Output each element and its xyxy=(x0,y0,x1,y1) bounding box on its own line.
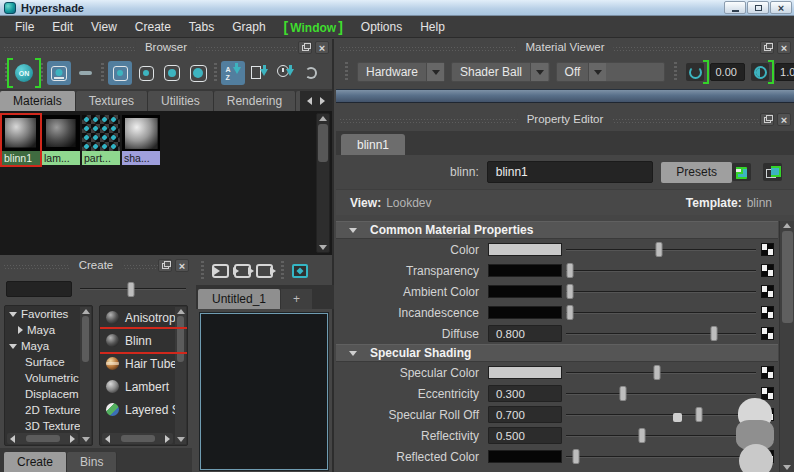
tab-textures[interactable]: Textures xyxy=(76,91,148,111)
color-swatch[interactable] xyxy=(488,450,562,463)
tab-materials[interactable]: Materials xyxy=(0,91,76,111)
medium-swatch-button[interactable] xyxy=(134,61,158,85)
scrollbar-thumb[interactable] xyxy=(177,316,184,362)
tree-item-maya[interactable]: Maya xyxy=(5,338,92,354)
tree-item-3d-texture[interactable]: 3D Texture xyxy=(5,418,92,434)
menu-item-file[interactable]: File xyxy=(6,20,43,34)
close-button[interactable]: × xyxy=(770,1,792,14)
tree-hscrollbar[interactable] xyxy=(7,433,78,444)
slider-track[interactable] xyxy=(566,393,756,395)
window-titlebar[interactable]: Hypershade × xyxy=(0,0,794,16)
presets-button[interactable]: Presets xyxy=(661,162,732,183)
exposure-icon[interactable] xyxy=(686,63,704,81)
scroll-tabs-left-icon[interactable] xyxy=(307,97,312,105)
node-item-anisotrop[interactable]: Anisotrop xyxy=(100,306,187,329)
slider-track[interactable] xyxy=(566,372,756,374)
tree-item-displacem[interactable]: Displacem xyxy=(5,386,92,402)
rearrange-graph-button[interactable] xyxy=(292,264,308,278)
material-viewer-close-button[interactable]: × xyxy=(777,41,791,54)
property-editor-header[interactable]: Property Editor × xyxy=(336,111,794,129)
sort-by-name-button[interactable]: AZ xyxy=(221,61,245,85)
map-checker-button[interactable] xyxy=(761,264,774,277)
scrollbar-thumb[interactable] xyxy=(782,231,793,323)
value-field[interactable]: 0.300 xyxy=(488,385,562,402)
input-connections-button[interactable] xyxy=(212,264,229,278)
slider-track[interactable] xyxy=(566,456,756,458)
property-tab-blinn1[interactable]: blinn1 xyxy=(341,134,405,155)
tab-rendering[interactable]: Rendering xyxy=(214,91,296,111)
attribute-slider[interactable] xyxy=(566,262,756,279)
geometry-dropdown[interactable]: Shader Ball xyxy=(451,62,550,82)
material-swatch-lam[interactable]: lam... xyxy=(42,115,80,165)
menu-item-graph[interactable]: Graph xyxy=(223,20,274,34)
property-editor-close-button[interactable]: × xyxy=(777,113,791,126)
scroll-down-icon[interactable] xyxy=(319,245,327,250)
color-swatch[interactable] xyxy=(488,306,562,319)
color-swatch[interactable] xyxy=(488,285,562,298)
duplicate-node-icon[interactable] xyxy=(763,163,782,181)
material-swatch-sha[interactable]: sha... xyxy=(122,115,160,165)
section-header-specular-shading[interactable]: Specular Shading xyxy=(336,344,778,362)
map-checker-button[interactable] xyxy=(761,366,774,379)
renderer-dropdown[interactable]: Hardware xyxy=(357,62,445,82)
add-workspace-tab-button[interactable]: + xyxy=(281,289,312,309)
swatches-on-toggle-button[interactable]: ON xyxy=(12,61,36,85)
extra-large-swatch-button[interactable] xyxy=(186,61,210,85)
map-checker-button[interactable] xyxy=(761,408,774,421)
color-swatch[interactable] xyxy=(488,264,562,277)
list-view-button[interactable] xyxy=(73,61,97,85)
tree-item-favorites[interactable]: Favorites xyxy=(5,306,92,322)
create-float-button[interactable] xyxy=(158,259,172,272)
chevron-down-icon[interactable] xyxy=(426,63,444,81)
node-item-lambert[interactable]: Lambert xyxy=(100,375,187,398)
attribute-slider[interactable] xyxy=(566,325,756,342)
attribute-slider[interactable] xyxy=(566,304,756,321)
scroll-up-icon[interactable] xyxy=(177,309,185,314)
minimize-button[interactable] xyxy=(724,1,746,14)
scroll-down-icon[interactable] xyxy=(783,465,791,470)
scrollbar-thumb[interactable] xyxy=(82,316,89,362)
scroll-left-icon[interactable] xyxy=(10,435,15,443)
attribute-slider[interactable] xyxy=(566,448,756,465)
create-node-icon[interactable] xyxy=(732,163,751,181)
slider-track[interactable] xyxy=(566,291,756,293)
attribute-slider[interactable] xyxy=(566,427,756,444)
map-checker-button[interactable] xyxy=(761,387,774,400)
small-swatch-button[interactable] xyxy=(108,61,132,85)
slider-track[interactable] xyxy=(566,333,756,335)
menu-item-help[interactable]: Help xyxy=(411,20,454,34)
property-editor-float-button[interactable] xyxy=(760,113,774,126)
attribute-slider[interactable] xyxy=(566,385,756,402)
map-checker-button[interactable] xyxy=(761,327,774,340)
slider-handle[interactable] xyxy=(620,386,627,401)
slider-handle[interactable] xyxy=(711,326,718,341)
scroll-left-icon[interactable] xyxy=(105,435,110,443)
reverse-order-button[interactable] xyxy=(299,61,323,85)
node-item-hair-tube[interactable]: Hair Tube xyxy=(100,352,187,375)
value-field[interactable]: 0.800 xyxy=(488,325,562,342)
attribute-slider[interactable] xyxy=(566,283,756,300)
chevron-down-icon[interactable] xyxy=(588,63,606,81)
create-filter-input[interactable] xyxy=(6,281,72,297)
attribute-slider[interactable] xyxy=(566,241,756,258)
section-header-common-material-properties[interactable]: Common Material Properties xyxy=(336,221,778,239)
tree-item-2d-texture[interactable]: 2D Texture xyxy=(5,402,92,418)
slider-handle[interactable] xyxy=(654,365,661,380)
material-swatch-area[interactable]: blinn1lam...part...sha... xyxy=(0,111,332,255)
node-item-layered-s[interactable]: Layered S xyxy=(100,398,187,421)
menu-item-edit[interactable]: Edit xyxy=(43,20,82,34)
property-editor-scrollbar[interactable] xyxy=(779,221,794,472)
material-swatch-part[interactable]: part... xyxy=(82,115,120,165)
color-swatch[interactable] xyxy=(488,366,562,379)
scroll-tabs-right-icon[interactable] xyxy=(320,97,325,105)
create-node-list[interactable]: AnisotropBlinnHair TubeLambertLayered S xyxy=(99,305,188,446)
slider-track[interactable] xyxy=(566,414,756,416)
tree-item-maya[interactable]: Maya xyxy=(5,322,92,338)
menu-item-window[interactable]: Window xyxy=(275,19,352,35)
down-triangle-icon[interactable] xyxy=(9,344,17,349)
map-checker-button[interactable] xyxy=(761,450,774,463)
input-output-connections-button[interactable] xyxy=(234,264,251,278)
attribute-slider[interactable] xyxy=(566,406,756,423)
scroll-right-icon[interactable] xyxy=(165,435,170,443)
tree-scrollbar[interactable] xyxy=(80,307,91,444)
